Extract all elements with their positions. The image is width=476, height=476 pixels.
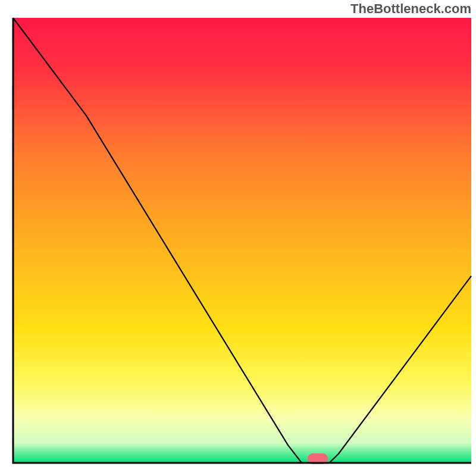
gradient-background [13, 18, 471, 463]
watermark-text: TheBottleneck.com [350, 1, 471, 17]
chart-container: TheBottleneck.com [0, 0, 476, 476]
bottleneck-chart [0, 0, 476, 476]
